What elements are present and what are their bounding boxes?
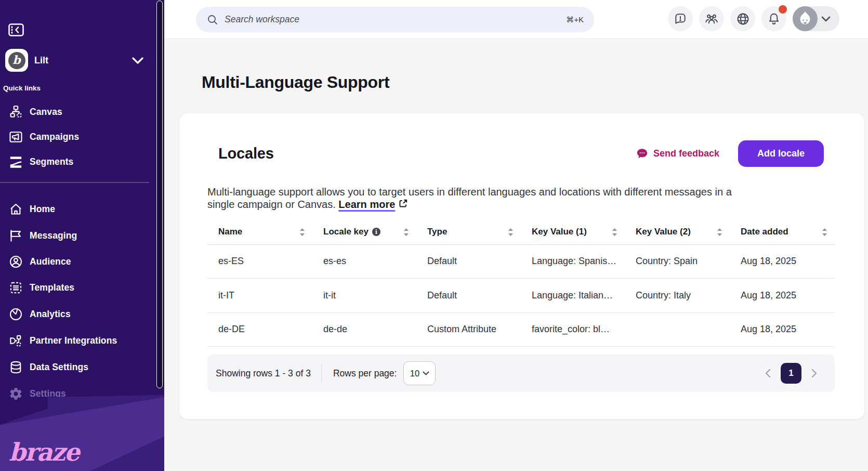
people-icon [704,11,719,26]
topbar: ⌘+K [164,0,868,39]
sidebar-item-messaging[interactable]: Messaging [0,225,156,246]
sort-icon[interactable] [508,228,514,237]
workspace-switcher[interactable]: b Lilt [5,48,151,72]
learn-more-link[interactable]: Learn more [338,199,395,210]
sidebar-item-templates[interactable]: Templates [0,277,156,298]
main-content: ⌘+K [164,0,868,471]
add-locale-button[interactable]: Add locale [738,140,824,167]
footer-divider [321,364,322,382]
card-description: Multi-language support allows you to tar… [207,186,839,211]
search-shortcut: ⌘+K [566,15,584,24]
sort-icon[interactable] [612,228,617,237]
globe-icon [736,12,750,26]
notification-badge [779,5,787,14]
external-link-icon [398,198,409,209]
page-title: Multi-Language Support [202,73,389,92]
braze-wordmark: braze [9,438,79,466]
locales-table: Name Locale key i Type Key Value (1) Key… [207,220,835,347]
locales-heading: Locales [218,145,274,162]
sort-icon[interactable] [717,228,722,237]
home-icon [9,202,23,216]
avatar [793,6,818,31]
rows-per-page-label: Rows per page: [333,368,397,379]
chevron-down-icon [821,16,831,22]
workspace-search[interactable]: ⌘+K [196,7,594,32]
search-input[interactable] [225,14,566,25]
sidebar-item-segments[interactable]: Segments [0,151,156,172]
audience-icon [9,255,23,269]
column-header-type: Type [416,220,521,244]
canvas-icon [9,105,23,119]
send-feedback-button[interactable]: Send feedback [636,147,719,160]
column-header-key-value-2: Key Value (2) [625,220,730,244]
quick-links-label: Quick links [3,84,41,92]
table-row: it-IT it-it Default Language: Italian… C… [207,279,835,313]
campaigns-icon [9,130,23,144]
column-header-key-value-1: Key Value (1) [521,220,625,244]
locales-card: Locales Send feedback Add locale Multi-l… [179,113,864,419]
column-header-locale-key: Locale key i [312,220,416,244]
feedback-alert-button[interactable] [668,6,693,31]
messaging-icon [9,229,23,243]
search-icon [207,14,218,25]
sidebar-divider [0,182,149,183]
previous-page-button[interactable] [765,369,771,378]
sidebar-collapse-button[interactable] [8,23,24,36]
sidebar-item-campaigns[interactable]: Campaigns [0,126,156,147]
info-icon[interactable]: i [372,228,380,236]
templates-icon [9,281,23,295]
teams-button[interactable] [699,6,724,31]
mascot-avatar-icon [798,11,812,27]
workspace-logo: b [5,49,28,72]
sort-icon[interactable] [299,228,305,237]
segments-icon [9,155,23,169]
bell-icon [767,12,781,25]
table-row: de-DE de-de Custom Attribute favorite_co… [207,312,835,347]
chevron-left-icon [765,369,771,378]
sidebar-scrollbar[interactable] [156,1,163,388]
chat-bubble-icon [636,147,649,160]
chevron-down-icon [423,371,429,375]
sort-icon[interactable] [403,228,409,237]
braze-b-mark: b [8,52,25,69]
alert-bubble-icon [674,12,687,25]
sidebar-item-analytics[interactable]: Analytics [0,304,156,324]
sidebar-item-partner-integrations[interactable]: Partner Integrations [0,330,156,351]
sidebar-item-audience[interactable]: Audience [0,251,156,272]
column-header-name: Name [207,220,312,244]
notifications-button[interactable] [761,6,786,31]
rows-per-page-select[interactable]: 10 [403,361,436,385]
sidebar-item-home[interactable]: Home [0,199,156,219]
showing-rows-text: Showing rows 1 - 3 of 3 [216,368,311,379]
next-page-button[interactable] [811,369,817,378]
account-menu[interactable] [793,6,839,31]
sidebar-item-canvas[interactable]: Canvas [0,101,156,122]
analytics-icon [9,307,23,321]
page-number-current[interactable]: 1 [781,363,801,384]
chevron-right-icon [811,369,817,378]
pagination: 1 [765,363,817,384]
table-row: es-ES es-es Default Language: Spanis… Co… [207,244,835,279]
data-settings-icon [9,360,23,374]
partner-integrations-icon [9,334,23,348]
collapse-sidebar-icon [8,23,24,36]
sidebar: b Lilt Quick links Canvas Campaigns [0,0,164,471]
column-header-date-added: Date added [730,220,835,244]
sidebar-item-data-settings[interactable]: Data Settings [0,357,156,377]
workspace-name: Lilt [34,55,48,66]
locale-button[interactable] [730,6,755,31]
table-footer: Showing rows 1 - 3 of 3 Rows per page: 1… [207,355,835,392]
chevron-down-icon [132,57,143,64]
sort-icon[interactable] [822,228,827,237]
